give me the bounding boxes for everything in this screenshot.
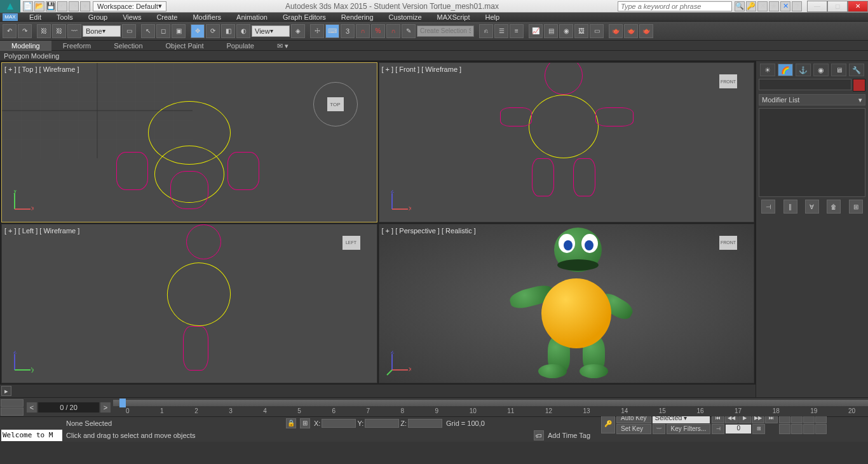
undo-button[interactable]: ↶ <box>3 24 17 38</box>
percent-snap-button[interactable]: % <box>371 24 385 38</box>
object-color-swatch[interactable] <box>853 79 865 92</box>
ribbon-expand-icon[interactable]: ✉ ▾ <box>266 41 300 51</box>
menu-customize[interactable]: Customize <box>381 13 430 21</box>
menu-tools[interactable]: Tools <box>49 13 81 21</box>
script-listener[interactable]: Welcome to M <box>1 430 62 441</box>
nav-orbit-button[interactable] <box>803 424 815 434</box>
redo-button[interactable]: ↷ <box>18 24 32 38</box>
cursor-button[interactable]: ↖ <box>141 24 155 38</box>
angle-snap-button[interactable]: ∩ <box>356 24 370 38</box>
frame-next-button[interactable]: > <box>100 402 111 413</box>
render-active-button[interactable]: 🫖 <box>639 24 653 38</box>
z-coord-input[interactable] <box>408 419 442 428</box>
infocenter-icon[interactable]: 🔍 <box>735 1 745 11</box>
key-mode-toggle[interactable]: ⊣ <box>712 424 724 434</box>
app-logo[interactable] <box>0 0 20 13</box>
window-minimize[interactable]: — <box>807 1 827 12</box>
time-config-button[interactable]: ⊞ <box>752 424 765 434</box>
material-button[interactable]: ◉ <box>559 24 573 38</box>
panel-tab-motion[interactable]: ◉ <box>813 64 829 76</box>
key-icon[interactable]: 🔑 <box>746 1 756 11</box>
menu-rendering[interactable]: Rendering <box>334 13 381 21</box>
layers-button[interactable]: ≡ <box>510 24 524 38</box>
timeline-playhead[interactable] <box>119 399 126 407</box>
viewport-left[interactable]: [ + ] [ Left ] [ Wireframe ] LEFT zy <box>1 224 377 384</box>
open-icon[interactable]: 📂 <box>34 1 44 11</box>
nav-maximize-button[interactable] <box>815 424 827 434</box>
ribbon-tab-populate[interactable]: Populate <box>215 41 265 51</box>
add-time-tag-button[interactable]: Add Time Tag <box>548 432 599 439</box>
panel-tab-display[interactable]: 🖥 <box>831 64 846 76</box>
absolute-mode-icon[interactable]: ⊞ <box>300 418 310 428</box>
move-button[interactable]: ✥ <box>191 24 205 38</box>
modifier-stack[interactable] <box>759 108 865 197</box>
viewport-top[interactable]: [ + ] [ Top ] [ Wireframe ] TOP yx <box>1 62 377 222</box>
nav-fov-button[interactable] <box>779 424 790 434</box>
help-search-input[interactable] <box>618 1 732 11</box>
time-config-top[interactable] <box>1 399 24 407</box>
pin-stack-button[interactable]: ⊣ <box>761 200 775 214</box>
help-icon[interactable]: ? <box>792 1 802 11</box>
set-key-big-button[interactable]: 🔑 <box>601 413 615 433</box>
x-coord-input[interactable] <box>322 419 356 428</box>
spinner-snap-button[interactable]: ∩ <box>386 24 400 38</box>
steering-icon[interactable]: ✕ <box>780 1 790 11</box>
modifier-list-dropdown[interactable]: Modifier List▾ <box>759 94 865 106</box>
nav-pan-button[interactable] <box>791 424 803 434</box>
viewport-persp-label[interactable]: [ + ] [ Perspective ] [ Realistic ] <box>382 227 476 235</box>
timeline-track[interactable]: 01234567891011121314151617181920 <box>113 399 868 416</box>
viewcube[interactable]: FRONT <box>715 231 741 256</box>
menu-help[interactable]: Help <box>478 13 508 21</box>
object-name-input[interactable] <box>759 79 851 90</box>
menu-maxscript[interactable]: MAXScript <box>430 13 478 21</box>
menu-graph-editors[interactable]: Graph Editors <box>275 13 334 21</box>
mirror-button[interactable]: ⎌ <box>479 24 493 38</box>
placement-button[interactable]: ◐ <box>236 24 250 38</box>
viewcube[interactable]: LEFT <box>339 231 364 256</box>
viewport-left-label[interactable]: [ + ] [ Left ] [ Wireframe ] <box>4 227 79 235</box>
lock-selection-icon[interactable]: 🔒 <box>286 418 296 428</box>
exchange-icon[interactable]: ✕ <box>757 1 768 11</box>
menu-modifiers[interactable]: Modifiers <box>185 13 229 21</box>
render-iter-button[interactable]: 🫖 <box>624 24 638 38</box>
make-unique-button[interactable]: ∀ <box>805 200 819 214</box>
menu-group[interactable]: Group <box>81 13 116 21</box>
window-close[interactable]: ✕ <box>848 1 868 12</box>
viewcube[interactable]: TOP <box>313 82 358 126</box>
render-setup-button[interactable]: 🖼 <box>574 24 588 38</box>
select-window-button[interactable]: ▣ <box>172 24 186 38</box>
new-icon[interactable]: 📄 <box>23 1 33 11</box>
curve-editor-button[interactable]: 📈 <box>529 24 543 38</box>
link-button[interactable]: ⛓ <box>37 24 51 38</box>
key-filters-button[interactable]: Key Filters... <box>667 424 711 434</box>
menu-animation[interactable]: Animation <box>229 13 275 21</box>
viewport-perspective[interactable]: [ + ] [ Perspective ] [ Realistic ] FRON… <box>379 224 755 384</box>
redo-icon[interactable]: ↷ <box>69 1 79 11</box>
favorite-icon[interactable]: ★ <box>769 1 779 11</box>
current-frame-input[interactable]: 0 <box>726 425 751 433</box>
rotate-button[interactable]: ⟳ <box>206 24 220 38</box>
keyboard-shortcut-button[interactable]: ⌨ <box>325 24 339 38</box>
ribbon-tab-objectpaint[interactable]: Object Paint <box>154 41 215 51</box>
menu-edit[interactable]: Edit <box>22 13 49 21</box>
schematic-button[interactable]: ▤ <box>544 24 558 38</box>
panel-tab-utilities[interactable]: 🔧 <box>849 64 864 76</box>
select-object-button[interactable]: ▭ <box>122 24 136 38</box>
menu-create[interactable]: Create <box>149 13 185 21</box>
menu-views[interactable]: Views <box>115 13 149 21</box>
remove-modifier-button[interactable]: 🗑 <box>827 200 841 214</box>
project-icon[interactable]: ▾ <box>80 1 90 11</box>
named-selection-input[interactable] <box>417 25 474 37</box>
edit-named-sel-button[interactable]: ✎ <box>402 24 416 38</box>
workspace-dropdown[interactable]: Workspace: Default ▾ <box>93 1 166 11</box>
unlink-button[interactable]: ⛓ <box>52 24 66 38</box>
save-icon[interactable]: 💾 <box>46 1 56 11</box>
viewport-front[interactable]: [ + ] [ Front ] [ Wireframe ] FRONT zx <box>379 62 755 222</box>
pivot-button[interactable]: ◈ <box>291 24 305 38</box>
snap-toggle-button[interactable]: 3 <box>341 24 355 38</box>
window-maximize[interactable]: ◻ <box>827 1 848 12</box>
selection-filter-dropdown[interactable]: Bone ▾ <box>83 25 121 37</box>
configure-sets-button[interactable]: ⊞ <box>849 200 863 214</box>
ribbon-panel-label[interactable]: Polygon Modeling <box>0 51 868 61</box>
render-prod-button[interactable]: 🫖 <box>609 24 623 38</box>
